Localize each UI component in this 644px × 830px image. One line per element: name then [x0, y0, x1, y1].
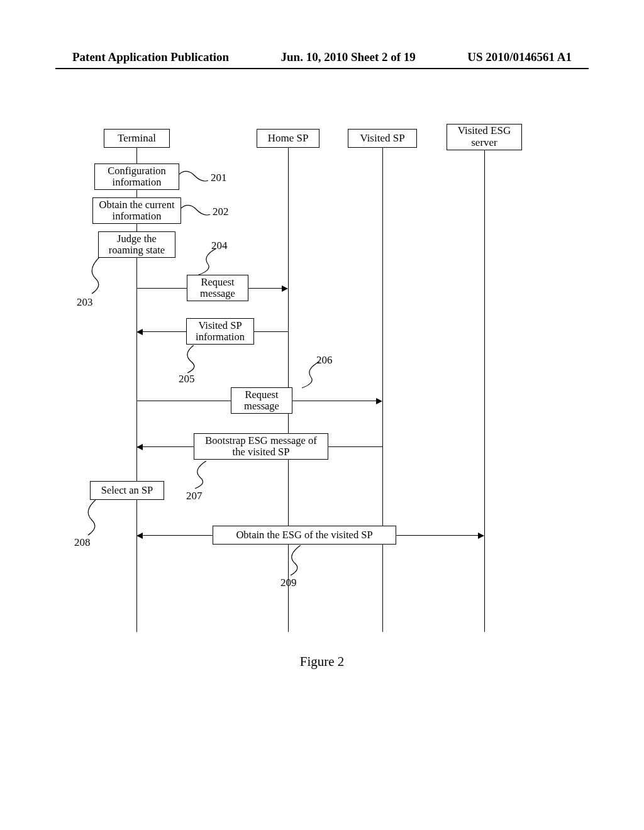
callout-208: 208 — [74, 536, 91, 549]
msg-205-line2: information — [189, 331, 251, 343]
msg-204: Request message — [187, 275, 248, 301]
callout-203-wave — [84, 257, 106, 295]
figure-caption: Figure 2 — [0, 654, 644, 670]
lane-visited-sp-label: Visited SP — [348, 133, 416, 145]
lane-terminal-label: Terminal — [104, 133, 169, 145]
lifeline-visited-esg — [484, 150, 485, 632]
callout-202: 202 — [213, 206, 229, 218]
arrow-209-head-right — [478, 533, 484, 539]
lane-home-sp: Home SP — [257, 129, 319, 148]
step-select-sp: Select an SP — [90, 481, 164, 500]
step-202-line1: Obtain the current — [96, 199, 178, 211]
lane-terminal: Terminal — [104, 129, 170, 148]
msg-206-line1: Request — [234, 389, 289, 401]
msg-205-line1: Visited SP — [189, 320, 251, 331]
step-judge-roaming: Judge the roaming state — [98, 231, 175, 258]
msg-204-line1: Request — [190, 277, 245, 288]
msg-205: Visited SP information — [186, 318, 254, 345]
arrow-206-head — [376, 398, 382, 404]
callout-201-wave — [179, 169, 209, 187]
lane-visited-esg-label2: server — [447, 137, 521, 149]
step-202-line2: information — [96, 211, 178, 222]
msg-204-line2: message — [190, 288, 245, 299]
callout-202-wave — [181, 203, 211, 221]
lifeline-visited-sp — [382, 148, 383, 632]
arrow-207-head — [136, 444, 143, 450]
step-obtain-current: Obtain the current information — [92, 197, 181, 224]
callout-203: 203 — [77, 296, 93, 309]
msg-206: Request message — [231, 387, 292, 414]
arrow-205-head — [136, 329, 143, 335]
header-left: Patent Application Publication — [72, 50, 229, 64]
msg-207: Bootstrap ESG message of the visited SP — [194, 433, 328, 460]
step-203-line2: roaming state — [101, 245, 172, 256]
step-configuration: Configuration information — [94, 163, 179, 190]
msg-209-label: Obtain the ESG of the visited SP — [216, 529, 393, 541]
callout-209: 209 — [280, 577, 297, 589]
msg-209: Obtain the ESG of the visited SP — [213, 526, 396, 545]
callout-209-wave — [282, 545, 307, 577]
callout-206: 206 — [316, 354, 333, 367]
msg-207-line1: Bootstrap ESG message of — [197, 435, 325, 446]
step-203-line1: Judge the — [101, 233, 172, 245]
lane-visited-sp: Visited SP — [348, 129, 417, 148]
sequence-diagram: Terminal Home SP Visited SP Visited ESG … — [69, 129, 560, 645]
lane-visited-esg: Visited ESG server — [447, 124, 522, 150]
callout-205: 205 — [179, 373, 195, 385]
lane-visited-esg-label1: Visited ESG — [447, 125, 521, 137]
arrow-204-head — [282, 285, 288, 292]
connector-202-203 — [136, 224, 137, 231]
arrow-209-head-left — [136, 533, 143, 539]
callout-207: 207 — [186, 490, 203, 502]
callout-201: 201 — [211, 172, 227, 184]
step-208-label: Select an SP — [93, 485, 161, 496]
header-center: Jun. 10, 2010 Sheet 2 of 19 — [281, 50, 416, 64]
lane-home-sp-label: Home SP — [257, 133, 319, 145]
msg-207-line2: the visited SP — [197, 446, 325, 458]
callout-207-wave — [187, 461, 213, 490]
header-divider — [55, 68, 589, 69]
callout-204: 204 — [211, 240, 228, 252]
connector-201-202 — [136, 190, 137, 197]
callout-205-wave — [181, 345, 204, 374]
step-201-line1: Configuration — [97, 165, 176, 177]
callout-208-wave — [80, 500, 102, 536]
callout-204-wave — [194, 248, 219, 276]
header-right: US 2010/0146561 A1 — [467, 50, 572, 64]
step-201-line2: information — [97, 177, 176, 188]
msg-206-line2: message — [234, 401, 289, 412]
